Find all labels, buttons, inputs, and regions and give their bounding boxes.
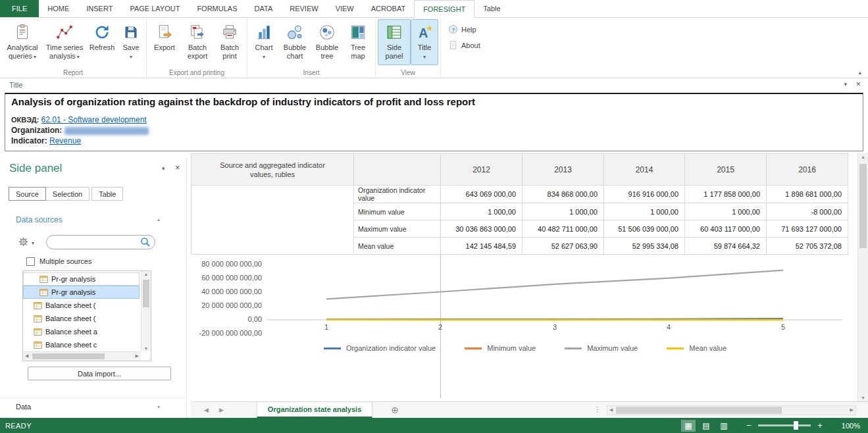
- page-layout-view-button[interactable]: ▤: [699, 420, 713, 432]
- batch-export-button[interactable]: Batch export: [180, 19, 215, 65]
- data-section-header[interactable]: Data ▾: [0, 397, 186, 415]
- tab-formulas[interactable]: FORMULAS: [188, 0, 245, 17]
- tree-map-button[interactable]: Tree map: [343, 19, 373, 65]
- tree-item[interactable]: Balance sheet a: [23, 325, 141, 338]
- tree-horizontal-scrollbar[interactable]: ◀▶: [23, 351, 141, 361]
- tab-table[interactable]: Table: [474, 0, 509, 17]
- column-header-year[interactable]: 2015: [685, 154, 767, 186]
- row-label[interactable]: Organization indicator value: [354, 186, 441, 203]
- search-input[interactable]: [46, 235, 155, 249]
- table-cell[interactable]: 1 898 681 000,00: [767, 186, 848, 203]
- collapse-ribbon-icon[interactable]: ▴: [858, 69, 861, 76]
- data-sources-section-header[interactable]: Data sources ▴: [0, 213, 186, 228]
- tab-source[interactable]: Source: [9, 187, 46, 201]
- table-cell[interactable]: 1 177 858 000,00: [685, 186, 767, 203]
- tree-item[interactable]: Balance sheet c: [23, 338, 141, 351]
- time-series-analysis-button[interactable]: Time series analysis▾: [43, 19, 86, 65]
- tab-home[interactable]: HOME: [39, 0, 78, 17]
- column-header-year[interactable]: 2012: [441, 154, 523, 186]
- row-label[interactable]: Maximum value: [354, 220, 441, 238]
- help-button[interactable]: ? Help: [446, 23, 483, 36]
- tab-review[interactable]: REVIEW: [281, 0, 326, 17]
- table-corner-header[interactable]: Source and aggregated indicator values, …: [191, 154, 354, 186]
- legend-item[interactable]: Minimum value: [465, 344, 536, 352]
- tree-item[interactable]: Pr-gr analysis: [23, 272, 140, 286]
- tree-vertical-scrollbar[interactable]: ▲▼: [141, 271, 151, 351]
- tree-item-selected[interactable]: Pr-gr analysis: [23, 286, 140, 299]
- table-cell[interactable]: 1 000,00: [441, 203, 523, 220]
- table-cell[interactable]: 142 145 484,59: [441, 238, 523, 255]
- tab-insert[interactable]: INSERT: [78, 0, 121, 17]
- page-break-view-button[interactable]: ▥: [717, 420, 731, 432]
- okved-link[interactable]: 62.01 - Software development: [41, 115, 147, 124]
- normal-view-button[interactable]: ▦: [681, 420, 696, 432]
- table-cell[interactable]: 60 403 117 000,00: [685, 220, 767, 238]
- table-cell[interactable]: 1 000,00: [604, 203, 685, 220]
- side-panel-collapse-icon[interactable]: ▾: [162, 165, 165, 172]
- bubble-tree-button[interactable]: Bubble tree: [311, 19, 343, 65]
- refresh-button[interactable]: Refresh: [86, 19, 118, 65]
- table-left-gutter[interactable]: [191, 186, 354, 255]
- tab-table-sp[interactable]: Table: [91, 187, 123, 201]
- table-cell[interactable]: 1 000,00: [523, 203, 604, 220]
- column-header-year[interactable]: 2013: [523, 154, 604, 186]
- chart-plot[interactable]: [265, 255, 850, 342]
- table-cell[interactable]: 52 995 334,08: [604, 238, 685, 255]
- sheet-nav-right-icon[interactable]: ▶: [219, 407, 224, 413]
- zoom-level[interactable]: 100%: [830, 422, 860, 430]
- table-cell[interactable]: 916 916 000,00: [604, 186, 685, 203]
- batch-print-button[interactable]: Batch print: [215, 19, 245, 65]
- zoom-out-button[interactable]: −: [744, 420, 753, 430]
- chevron-up-icon[interactable]: ▴: [157, 216, 160, 222]
- horizontal-scrollbar[interactable]: ◀▶: [607, 405, 856, 415]
- sheet-tab-active[interactable]: Organization state analysis: [257, 402, 372, 418]
- tab-file[interactable]: FILE: [0, 0, 39, 17]
- table-cell[interactable]: 643 069 000,00: [441, 186, 523, 203]
- vertical-scrollbar[interactable]: ▲ ▼: [857, 153, 868, 401]
- title-toggle-button[interactable]: A Title▾: [411, 19, 438, 65]
- chevron-down-icon[interactable]: ▾: [157, 404, 160, 410]
- column-header-year[interactable]: 2016: [767, 154, 848, 186]
- table-cell[interactable]: 71 693 127 000,00: [767, 220, 848, 238]
- search-icon[interactable]: [140, 237, 151, 250]
- table-cell[interactable]: -8 000,00: [767, 203, 848, 220]
- data-import-button[interactable]: Data import...: [28, 367, 171, 380]
- tree-item[interactable]: Balance sheet (: [23, 299, 141, 312]
- source-settings-button[interactable]: ▾: [18, 237, 34, 249]
- export-button[interactable]: Export: [149, 19, 180, 65]
- tab-acrobat[interactable]: ACROBAT: [363, 0, 414, 17]
- title-pane-close-icon[interactable]: ×: [855, 80, 861, 89]
- table-cell[interactable]: 52 705 372,08: [767, 238, 848, 255]
- table-cell[interactable]: 30 036 863 000,00: [441, 220, 523, 238]
- indicator-line-chart[interactable]: 80 000 000 000,00 60 000 000 000,00 40 0…: [192, 255, 858, 369]
- table-cell[interactable]: 59 874 664,32: [685, 238, 767, 255]
- add-sheet-icon[interactable]: ⊕: [391, 405, 399, 415]
- zoom-slider-thumb[interactable]: [794, 421, 798, 430]
- tab-selection[interactable]: Selection: [45, 187, 89, 201]
- legend-item[interactable]: Maximum value: [565, 344, 638, 352]
- row-label[interactable]: Minimum value: [354, 203, 441, 220]
- side-panel-toggle-button[interactable]: Side panel: [378, 19, 411, 65]
- table-cell[interactable]: 40 482 711 000,00: [523, 220, 604, 238]
- legend-item[interactable]: Mean value: [667, 344, 727, 352]
- analytical-queries-button[interactable]: Analytical queries▾: [2, 19, 43, 65]
- multiple-sources-checkbox[interactable]: [26, 257, 35, 266]
- table-cell[interactable]: 1 000,00: [685, 203, 767, 220]
- chart-button[interactable]: Chart▾: [249, 19, 278, 65]
- tab-foresight[interactable]: FORESIGHT: [414, 0, 474, 18]
- save-button[interactable]: Save▾: [118, 19, 144, 65]
- title-pane-collapse-icon[interactable]: ▾: [844, 81, 847, 88]
- indicator-link[interactable]: Revenue: [49, 136, 81, 145]
- legend-item[interactable]: Organization indicator value: [324, 344, 436, 352]
- tab-data[interactable]: DATA: [246, 0, 282, 17]
- column-header-year[interactable]: 2014: [604, 154, 685, 186]
- table-header-empty[interactable]: [354, 154, 441, 186]
- row-label[interactable]: Mean value: [354, 238, 441, 255]
- tab-view[interactable]: VIEW: [327, 0, 363, 17]
- table-cell[interactable]: 834 868 000,00: [523, 186, 604, 203]
- side-panel-close-icon[interactable]: ×: [175, 163, 180, 172]
- zoom-in-button[interactable]: +: [815, 420, 825, 430]
- zoom-slider[interactable]: [758, 424, 811, 426]
- sheet-nav-left-icon[interactable]: ◀: [204, 407, 209, 413]
- bubble-chart-button[interactable]: Bubble chart: [278, 19, 311, 65]
